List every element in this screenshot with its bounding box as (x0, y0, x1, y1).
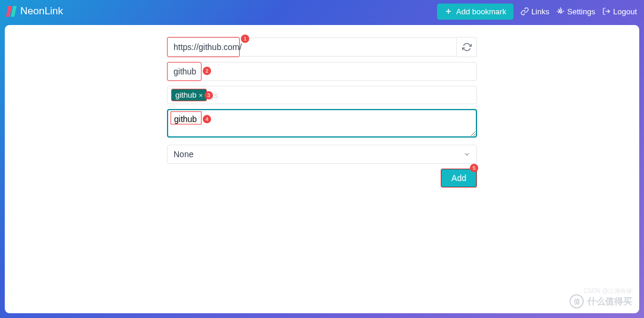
bookmark-form: 1 2 github × 3 github 4 None 5 Add (167, 37, 477, 188)
app-header: NeonLink Add bookmark Links Settings Log… (0, 0, 644, 23)
title-field-row: 2 (167, 62, 477, 81)
gear-icon (556, 7, 565, 15)
tags-field-row[interactable]: github × 3 (167, 86, 477, 104)
description-field-row: github 4 (167, 109, 477, 140)
url-input[interactable] (167, 38, 457, 57)
logo[interactable]: NeonLink (7, 5, 63, 17)
url-field-row: 1 (167, 37, 477, 57)
add-bookmark-button[interactable]: Add bookmark (437, 4, 513, 20)
logout-nav[interactable]: Logout (602, 7, 637, 16)
plus-icon (444, 7, 453, 15)
tags-input[interactable] (209, 91, 473, 100)
submit-row: 5 Add (167, 169, 477, 188)
refresh-icon (462, 42, 472, 52)
category-select[interactable]: None (167, 145, 477, 164)
watermark: 值 什么值得买 (569, 294, 632, 308)
tag-remove-icon[interactable]: × (199, 92, 202, 99)
settings-nav[interactable]: Settings (556, 7, 595, 16)
links-nav[interactable]: Links (521, 7, 549, 16)
logo-icon (7, 6, 18, 17)
watermark-badge: 值 (569, 294, 584, 308)
logo-text: NeonLink (20, 5, 63, 17)
refresh-button[interactable] (457, 37, 477, 57)
title-input[interactable] (167, 62, 477, 81)
description-input[interactable]: github (167, 109, 477, 138)
main-content: 1 2 github × 3 github 4 None 5 Add (5, 25, 639, 313)
tag-chip[interactable]: github × (171, 89, 207, 101)
add-button[interactable]: Add (441, 169, 477, 188)
chevron-down-icon (463, 151, 470, 158)
header-actions: Add bookmark Links Settings Logout (437, 4, 637, 20)
logout-icon (602, 7, 611, 15)
link-icon (521, 7, 529, 15)
